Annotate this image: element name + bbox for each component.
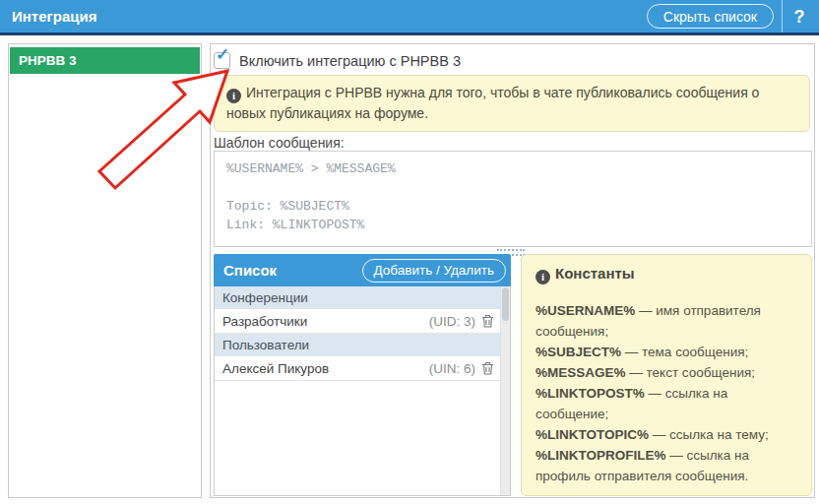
list-item-right: (UIN: 6)	[429, 361, 494, 376]
list-item: Разработчики (UID: 3)	[215, 309, 510, 334]
info-icon: i	[226, 89, 241, 103]
list-item-name: Разработчики	[222, 314, 307, 329]
main-panel: ✓ Включить интеграцию с PHPBB 3 iИнтегра…	[210, 43, 815, 498]
add-remove-button[interactable]: Добавить / Удалить	[362, 259, 506, 283]
checkmark-icon: ✓	[216, 46, 229, 63]
constant-name: %LINKTOPOST%	[536, 386, 645, 401]
enable-integration-checkbox[interactable]: ✓	[214, 52, 230, 69]
header-bar: Интеграция Скрыть список ?	[0, 0, 819, 35]
list-group-header: Пользователи	[215, 334, 510, 356]
constants-title: iКонстанты	[536, 265, 797, 284]
trash-icon	[481, 361, 494, 375]
header-divider	[782, 0, 783, 32]
list-item-name: Алексей Пикуров	[222, 361, 329, 376]
message-template-input[interactable]: %USERNAME% > %MESSAGE% Topic: %SUBJECT% …	[214, 151, 812, 247]
list-title: Список	[223, 262, 277, 279]
page-title: Интеграция	[12, 0, 96, 32]
list-item-id: (UIN: 6)	[429, 361, 475, 376]
trash-icon	[481, 314, 494, 328]
list-panel: Список Добавить / Удалить Конференции Ра…	[214, 254, 511, 496]
delete-item-button[interactable]	[481, 361, 494, 375]
constant-name: %LINKTOPROFILE%	[536, 448, 666, 463]
constant-name: %USERNAME%	[536, 303, 635, 318]
enable-integration-row: ✓ Включить интеграцию с PHPBB 3	[214, 52, 461, 69]
list-body: Конференции Разработчики (UID: 3) Пользо…	[214, 286, 511, 496]
info-icon: i	[536, 270, 550, 284]
constants-list: %USERNAME% — имя отправителя сообщения; …	[536, 300, 797, 486]
constants-panel: iКонстанты %USERNAME% — имя отправителя …	[521, 254, 812, 496]
list-scrollbar-thumb[interactable]	[502, 287, 509, 321]
constant-desc: — текст сообщения;	[629, 365, 755, 380]
list-item: Алексей Пикуров (UIN: 6)	[215, 356, 510, 381]
constant-name: %MESSAGE%	[536, 365, 626, 380]
list-header: Список Добавить / Удалить	[214, 254, 511, 286]
integration-note-text: Интеграция с PHPBB нужна для того, чтобы…	[226, 85, 759, 121]
constant-name: %LINKTOTOPIC%	[536, 427, 649, 442]
help-icon[interactable]: ?	[786, 3, 813, 31]
constants-title-text: Константы	[555, 265, 635, 282]
constant-desc: — ссылка на тему;	[653, 427, 769, 442]
constant-name: %SUBJECT%	[536, 345, 621, 359]
list-item-id: (UID: 3)	[429, 314, 475, 329]
integration-settings-page: Интеграция Скрыть список ? PHPBB 3 ✓ Вкл…	[0, 0, 819, 504]
enable-integration-label: Включить интеграцию с PHPBB 3	[239, 53, 461, 69]
list-scrollbar[interactable]	[500, 286, 510, 495]
integration-note: iИнтеграция с PHPBB нужна для того, чтоб…	[214, 75, 810, 132]
sidebar-item-phpbb3[interactable]: PHPBB 3	[10, 47, 200, 74]
delete-item-button[interactable]	[481, 314, 494, 328]
hide-list-button[interactable]: Скрыть список	[647, 4, 774, 29]
list-item-right: (UID: 3)	[429, 314, 494, 329]
template-label: Шаблон сообщения:	[214, 135, 345, 151]
constant-desc: — тема сообщения;	[625, 345, 749, 359]
sidebar: PHPBB 3	[8, 43, 202, 498]
list-group-header: Конференции	[215, 286, 510, 309]
